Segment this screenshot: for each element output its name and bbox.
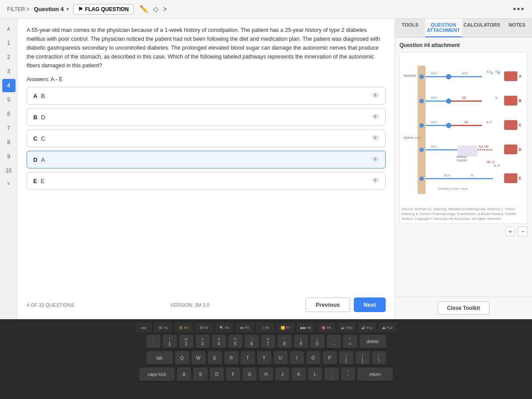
key-6[interactable]: ^6 [245,335,259,349]
key-capslock[interactable]: caps lock [139,368,175,382]
answer-option-e[interactable]: E E 👁 [27,172,386,190]
question-selector[interactable]: Question 4 ▾ [34,6,68,12]
key-k[interactable]: K [292,368,306,382]
key-w[interactable]: W [192,351,206,365]
key-p[interactable]: P [323,351,337,365]
question-nav-9[interactable]: 9 [2,150,16,163]
key-g[interactable]: G [243,368,257,382]
tab-calculators[interactable]: CALCULATORS [462,19,502,37]
nav-up-arrow[interactable]: ∧ [2,22,16,35]
key-f11[interactable]: 🔊 F11 [358,323,376,332]
key-bracket-close[interactable]: }] [356,351,370,365]
previous-button[interactable]: Previous [305,297,350,312]
answer-option-c[interactable]: C C 👁 [27,129,386,147]
question-nav-7[interactable]: 7 [2,121,16,135]
close-toolkit-button[interactable]: Close Toolkit [438,301,489,315]
key-e[interactable]: E [208,351,222,365]
tab-question-attachment[interactable]: QUESTION ATTACHMENT [425,19,462,37]
key-f4[interactable]: 🔍 F4 [215,323,234,332]
key-f10[interactable]: 🔉 F10 [337,323,356,332]
key-bracket-open[interactable]: {[ [339,351,353,365]
question-nav-4[interactable]: 4 [2,79,16,92]
answer-option-a[interactable]: A B 👁 [27,87,386,105]
key-t[interactable]: T [241,351,255,365]
eye-icon-e[interactable]: 👁 [372,177,379,185]
answer-text-d: A [41,156,372,163]
key-backtick[interactable]: ~` [146,335,160,349]
key-f6[interactable]: ☽ F6 [256,323,274,332]
key-u[interactable]: U [274,351,288,365]
question-nav-10[interactable]: 10 [2,164,16,177]
eye-icon-d[interactable]: 👁 [372,156,379,164]
key-y[interactable]: Y [257,351,271,365]
forward-icon[interactable]: > [163,5,167,13]
answer-letter-e: E [33,178,37,184]
key-5[interactable]: %5 [228,335,243,349]
svg-rect-32 [504,120,517,130]
key-f7[interactable]: ⏪ F7 [276,323,295,332]
key-delete[interactable]: delete [360,335,386,349]
answer-option-d[interactable]: D A 👁 [27,151,386,168]
key-f[interactable]: F [226,368,240,382]
key-tab[interactable]: tab [146,351,173,365]
key-f1[interactable]: 🔅 F1 [154,323,172,332]
eye-icon-c[interactable]: 👁 [372,134,379,142]
pencil-icon[interactable]: ✏️ [140,5,149,13]
question-nav-1[interactable]: 1 [2,36,16,50]
tab-tools[interactable]: TOOLS [395,19,425,37]
key-esc[interactable]: esc [135,323,152,332]
svg-text:ACh: ACh [431,96,437,99]
key-minus[interactable]: _- [327,335,341,349]
key-i[interactable]: I [290,351,304,365]
key-7[interactable]: &7 [261,335,275,349]
key-f2[interactable]: 🔆 F2 [174,323,193,332]
key-8[interactable]: *8 [278,335,292,349]
answer-option-b[interactable]: B D 👁 [27,108,386,126]
key-q[interactable]: Q [175,351,189,365]
key-return[interactable]: return [357,368,393,382]
key-a[interactable]: A [177,368,191,382]
eraser-icon[interactable]: ◇ [153,5,158,13]
key-f12[interactable]: ⏏ F12 [378,323,397,332]
question-nav-5[interactable]: 5 [2,93,16,106]
key-semicolon[interactable]: :; [325,368,339,382]
question-nav-2[interactable]: 2 [2,51,16,64]
filter-button[interactable]: FILTER > [7,6,29,12]
eye-icon-b[interactable]: 👁 [372,113,379,121]
key-0[interactable]: )0 [310,335,325,349]
question-nav-6[interactable]: 6 [2,107,16,121]
key-f5[interactable]: ⏮ F5 [235,323,254,332]
zoom-out-button[interactable]: − [518,227,528,236]
key-2[interactable]: @2 [179,335,193,349]
key-o[interactable]: O [306,351,321,365]
key-3[interactable]: #3 [196,335,210,349]
eye-icon-a[interactable]: 👁 [372,92,379,100]
question-nav-8[interactable]: 8 [2,136,16,149]
svg-text:ACh: ACh [431,72,437,75]
key-f8[interactable]: ▶▶ F8 [297,323,315,332]
zoom-in-button[interactable]: + [505,227,515,236]
answers-label: Answers: A - E [27,76,386,82]
key-equals[interactable]: += [343,335,357,349]
more-options-button[interactable]: ••• [513,4,525,14]
key-d[interactable]: D [210,368,224,382]
key-f9[interactable]: 🔇 F9 [317,323,336,332]
key-h[interactable]: H [259,368,273,382]
key-quote[interactable]: "' [341,368,355,382]
nav-down-arrow[interactable]: ∨ [7,180,11,186]
question-nav-3[interactable]: 3 [2,65,16,78]
key-9[interactable]: (9 [294,335,308,349]
key-r[interactable]: R [224,351,239,365]
flag-question-button[interactable]: ⚑ FLAG QUESTION [73,4,134,15]
next-button[interactable]: Next [354,297,386,312]
key-1[interactable]: !1 [163,335,177,349]
key-j[interactable]: J [275,368,289,382]
svg-point-6 [446,74,451,79]
key-f3[interactable]: ⚙ F3 [195,323,213,332]
tab-notes[interactable]: NOTES [502,19,532,37]
key-4[interactable]: $4 [212,335,226,349]
question-text: A 55-year-old man comes to the physician… [27,26,386,70]
key-backslash[interactable]: |\ [372,351,386,365]
key-s[interactable]: S [193,368,207,382]
key-l[interactable]: L [308,368,322,382]
